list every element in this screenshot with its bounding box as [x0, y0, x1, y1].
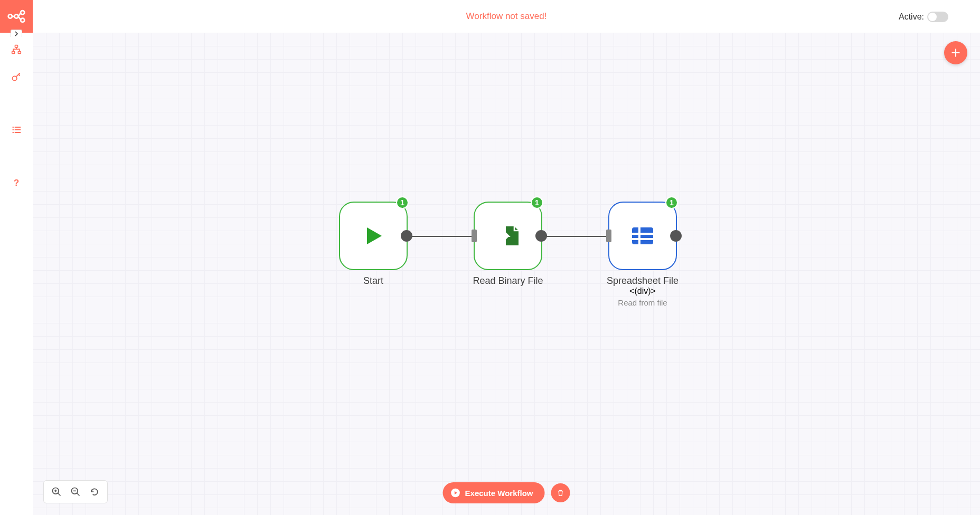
undo-icon — [89, 487, 100, 497]
output-port[interactable] — [670, 230, 682, 242]
sidebar-item-executions[interactable] — [10, 123, 23, 136]
node-start[interactable]: 1 Start — [339, 202, 408, 287]
node-sublabel: Read from file — [618, 298, 667, 307]
svg-rect-18 — [632, 227, 653, 244]
trash-icon — [556, 489, 564, 497]
sidebar-item-credentials[interactable] — [10, 71, 23, 83]
node-exec-badge: 1 — [665, 196, 678, 209]
svg-line-6 — [18, 16, 21, 20]
nodes-layer: 1 Start 1 — [33, 33, 980, 515]
chevron-right-icon — [14, 31, 19, 36]
svg-line-23 — [58, 493, 61, 496]
sidebar: ? — [0, 0, 33, 515]
node-box: 1 — [474, 202, 542, 270]
list-icon — [11, 125, 22, 135]
svg-text:?: ? — [14, 178, 19, 188]
svg-point-3 — [21, 18, 24, 22]
svg-line-5 — [18, 13, 21, 16]
svg-rect-7 — [15, 45, 18, 47]
question-icon: ? — [11, 177, 22, 188]
plus-icon — [950, 47, 961, 58]
input-port[interactable] — [606, 230, 611, 242]
zoom-out-button[interactable] — [66, 484, 85, 500]
add-node-button[interactable] — [944, 41, 967, 64]
execute-controls: Execute Workflow — [443, 482, 570, 503]
file-import-icon — [495, 223, 521, 249]
node-box: 1 — [339, 202, 408, 270]
svg-point-1 — [14, 14, 18, 18]
svg-line-27 — [77, 493, 80, 496]
node-read-binary-file[interactable]: 1 Read Binary File — [474, 202, 542, 287]
n8n-logo-icon — [7, 7, 26, 26]
output-port[interactable] — [401, 230, 412, 242]
table-icon — [630, 223, 655, 249]
execute-workflow-label: Execute Workflow — [465, 489, 533, 498]
workflow-canvas[interactable]: 1 Start 1 — [33, 33, 980, 515]
svg-point-10 — [13, 76, 17, 80]
svg-point-2 — [21, 11, 24, 14]
input-port[interactable] — [472, 230, 477, 242]
zoom-controls — [43, 480, 108, 503]
clear-execution-button[interactable] — [551, 483, 570, 502]
node-box: 1 — [608, 202, 677, 270]
node-label: Start — [363, 275, 383, 287]
play-icon — [361, 223, 386, 249]
node-exec-badge: 1 — [396, 196, 409, 209]
app-logo[interactable] — [0, 0, 33, 33]
node-spreadsheet-file[interactable]: 1 Spreadsheet File <(div)> Read from fil… — [608, 202, 677, 307]
workflow-icon — [11, 44, 22, 55]
execute-workflow-button[interactable]: Execute Workflow — [443, 482, 545, 503]
zoom-in-icon — [51, 487, 62, 497]
play-circle-icon — [450, 488, 461, 498]
reset-zoom-button[interactable] — [85, 484, 104, 500]
svg-point-0 — [8, 14, 12, 18]
sidebar-item-help[interactable]: ? — [10, 176, 23, 189]
output-port[interactable] — [535, 230, 547, 242]
key-icon — [11, 72, 22, 82]
sidebar-item-workflows[interactable] — [10, 43, 23, 56]
node-exec-badge: 1 — [531, 196, 543, 209]
zoom-in-button[interactable] — [47, 484, 66, 500]
svg-rect-9 — [18, 51, 21, 53]
node-label: Spreadsheet File — [607, 275, 679, 287]
sidebar-expand-toggle[interactable] — [11, 30, 22, 37]
zoom-out-icon — [70, 487, 81, 497]
workflow-status-text: Workflow not saved! — [466, 11, 547, 22]
node-label: Read Binary File — [473, 275, 543, 287]
header: Workflow not saved! — [33, 0, 980, 33]
svg-rect-8 — [12, 51, 15, 53]
